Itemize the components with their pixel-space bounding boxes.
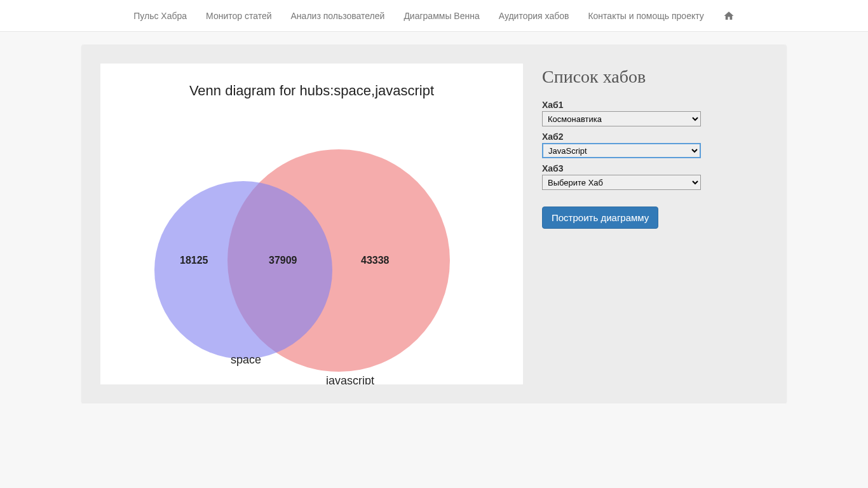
nav-item-monitor[interactable]: Монитор статей xyxy=(196,1,281,30)
panel: Venn diagram for hubs:space,javascript 1… xyxy=(81,44,787,403)
chart-column: Venn diagram for hubs:space,javascript 1… xyxy=(100,64,523,384)
nav-item-contacts[interactable]: Контакты и помощь проекту xyxy=(578,1,713,30)
venn-chart: Venn diagram for hubs:space,javascript 1… xyxy=(100,64,523,384)
home-icon xyxy=(723,10,735,22)
nav-item-analysis[interactable]: Анализ пользователей xyxy=(281,1,395,30)
nav-item-pulse[interactable]: Пульс Хабра xyxy=(124,1,196,30)
navbar: Пульс Хабра Монитор статей Анализ пользо… xyxy=(0,0,868,32)
nav-item-venn[interactable]: Диаграммы Венна xyxy=(394,1,489,30)
nav-item-audience[interactable]: Аудитория хабов xyxy=(489,1,579,30)
build-diagram-button[interactable]: Построить диаграмму xyxy=(542,207,658,229)
form-title: Список хабов xyxy=(542,67,768,87)
venn-label-space: space xyxy=(231,353,261,366)
chart-title: Venn diagram for hubs:space,javascript xyxy=(100,64,523,99)
nav-list: Пульс Хабра Монитор статей Анализ пользо… xyxy=(124,1,744,31)
form-column: Список хабов Хаб1 Космонавтика Хаб2 Java… xyxy=(542,64,768,384)
hub3-label: Хаб3 xyxy=(542,163,768,173)
hub3-select[interactable]: Выберите Хаб xyxy=(542,175,701,190)
hub1-select[interactable]: Космонавтика xyxy=(542,111,701,126)
venn-value-javascript-only: 43338 xyxy=(361,255,390,266)
venn-value-intersection: 37909 xyxy=(269,255,297,266)
row: Venn diagram for hubs:space,javascript 1… xyxy=(100,64,768,384)
hub2-select[interactable]: JavaScript xyxy=(542,143,701,158)
venn-value-space-only: 18125 xyxy=(180,255,208,266)
hub1-label: Хаб1 xyxy=(542,100,768,110)
venn-svg: 18125 37909 43338 space javascript xyxy=(100,102,523,384)
venn-circle-space xyxy=(154,181,332,359)
container: Venn diagram for hubs:space,javascript 1… xyxy=(72,44,796,403)
nav-item-home[interactable] xyxy=(714,1,744,31)
venn-label-javascript: javascript xyxy=(325,374,374,384)
hub2-label: Хаб2 xyxy=(542,132,768,142)
